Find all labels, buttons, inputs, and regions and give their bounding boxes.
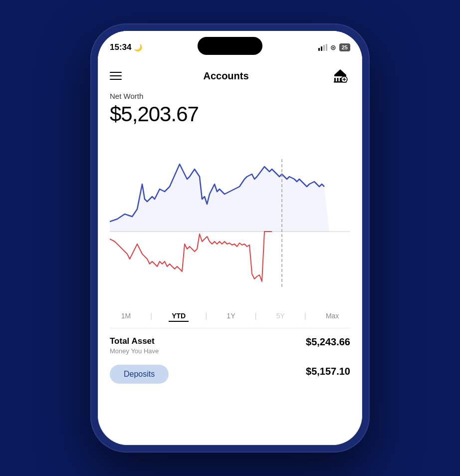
menu-line-3 [110, 79, 122, 80]
nav-title: Accounts [203, 70, 248, 82]
menu-line-2 [110, 75, 122, 76]
net-worth-label: Net Worth [110, 92, 350, 100]
menu-button[interactable] [110, 72, 122, 80]
signal-bar-2 [321, 46, 322, 51]
filter-1m[interactable]: 1M [118, 310, 134, 322]
divider-1: | [150, 312, 152, 320]
divider-2: | [205, 312, 207, 320]
app-content: Accounts [98, 58, 362, 384]
time-display: 15:34 [110, 42, 131, 52]
top-nav: Accounts [110, 58, 350, 92]
menu-line-1 [110, 72, 122, 73]
net-worth-chart [110, 134, 350, 304]
second-row-value: $5,157.10 [306, 366, 350, 377]
divider-3: | [255, 312, 257, 320]
divider-4: | [304, 312, 306, 320]
deposits-button[interactable]: Deposits [110, 365, 169, 384]
net-worth-value: $5,203.67 [110, 102, 350, 126]
status-time: 15:34 🌙 [110, 42, 142, 52]
signal-bar-4 [326, 44, 327, 51]
add-bank-button[interactable] [330, 66, 350, 86]
svg-rect-1 [334, 78, 336, 81]
signal-bar-1 [318, 48, 320, 51]
dynamic-island [198, 37, 262, 55]
phone-inner: 15:34 🌙 ⊛ 25 [98, 31, 362, 445]
filter-5y[interactable]: 5Y [273, 310, 288, 322]
deposits-row: Deposits $5,157.10 [110, 359, 350, 384]
total-asset-label: Total Asset [110, 336, 159, 346]
total-asset-sublabel: Money You Have [110, 347, 159, 355]
time-filters: 1M | YTD | 1Y | 5Y | Max [110, 304, 350, 328]
status-bar: 15:34 🌙 ⊛ 25 [98, 31, 362, 58]
signal-icon [318, 44, 327, 51]
total-asset-value: $5,243.66 [306, 336, 350, 348]
bottom-section: Total Asset Money You Have $5,243.66 Dep… [110, 328, 350, 384]
svg-marker-6 [334, 69, 346, 75]
filter-max[interactable]: Max [323, 310, 342, 322]
phone-outer: 15:34 🌙 ⊛ 25 [90, 23, 370, 453]
moon-icon: 🌙 [134, 43, 142, 51]
total-asset-info: Total Asset Money You Have [110, 336, 159, 355]
status-icons: ⊛ 25 [318, 43, 350, 51]
signal-bar-3 [323, 45, 325, 51]
total-asset-row: Total Asset Money You Have $5,243.66 [110, 336, 350, 355]
filter-1y[interactable]: 1Y [224, 310, 238, 322]
svg-rect-2 [337, 78, 339, 81]
chart-container[interactable] [110, 134, 350, 304]
net-worth-section: Net Worth $5,203.67 [110, 92, 350, 126]
filter-ytd[interactable]: YTD [169, 310, 189, 322]
battery-display: 25 [339, 43, 350, 51]
wifi-icon: ⊛ [330, 43, 336, 51]
